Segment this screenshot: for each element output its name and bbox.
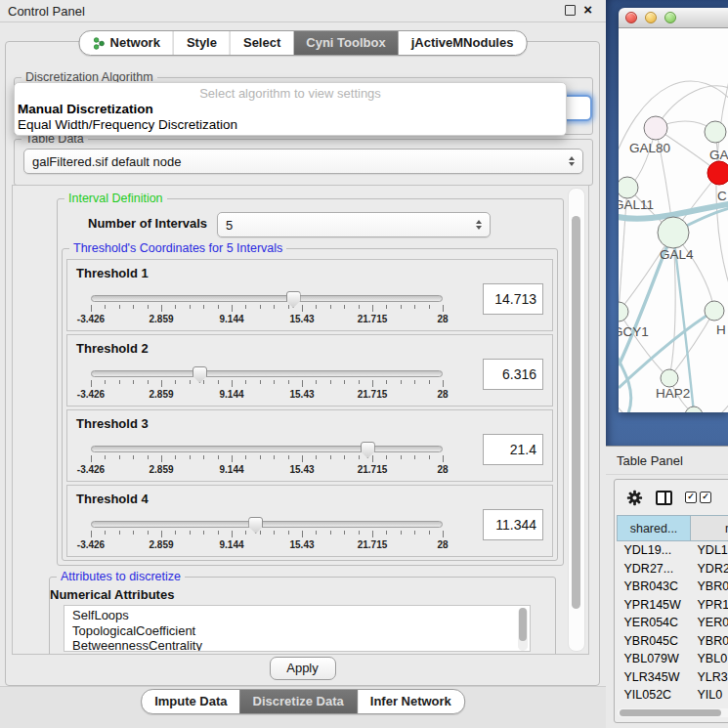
threshold-slider-2[interactable]: -3.4262.8599.14415.4321.71528: [91, 370, 443, 401]
threshold-value-field[interactable]: 11.344: [483, 509, 543, 540]
table-row[interactable]: YDL19...YDL1: [618, 541, 728, 560]
slider-ticks: [91, 531, 443, 538]
zoom-traffic-light-icon[interactable]: [664, 12, 676, 23]
interval-definition-group: Interval Definition Number of Intervals …: [57, 198, 564, 566]
table-cell[interactable]: YLR3: [691, 668, 728, 687]
float-window-icon[interactable]: [565, 5, 576, 16]
network-node[interactable]: [685, 407, 703, 412]
close-traffic-light-icon[interactable]: [625, 12, 637, 23]
tab-jactivemnodules[interactable]: jActiveMNodules: [399, 31, 527, 55]
minimize-traffic-light-icon[interactable]: [645, 12, 657, 23]
checkbox-checked-icon[interactable]: ✓: [685, 492, 697, 503]
slider-track[interactable]: [91, 370, 443, 377]
network-canvas[interactable]: GAL80GACGAL11GAL4GCY1HHAP2: [619, 28, 728, 412]
bottom-tab-band: Impute Data Discretize Data Infer Networ…: [0, 686, 606, 728]
horizontal-scrollbar[interactable]: [618, 708, 728, 717]
threshold-panel-3: Threshold 3 -3.4262.8599.14415.4321.7152…: [66, 409, 553, 482]
slider-track[interactable]: [91, 295, 443, 302]
axis-tick-label: 9.144: [219, 314, 243, 324]
close-icon[interactable]: ×: [583, 3, 592, 17]
network-window-titlebar[interactable]: [619, 8, 728, 28]
table-cell[interactable]: YLR345W: [618, 668, 691, 687]
network-node[interactable]: [658, 217, 689, 248]
network-node-label: H: [716, 322, 726, 337]
table-cell[interactable]: YPR145W: [618, 596, 691, 615]
tab-select[interactable]: Select: [230, 31, 293, 55]
tab-discretize-data[interactable]: Discretize Data: [240, 690, 357, 713]
vertical-scrollbar[interactable]: [568, 188, 585, 652]
threshold-value-field[interactable]: 14.713: [483, 283, 543, 315]
split-columns-icon[interactable]: [656, 491, 672, 505]
dropdown-option-equal-width-frequency[interactable]: Equal Width/Frequency Discretization: [18, 117, 237, 132]
list-item[interactable]: BetweennessCentrality: [72, 638, 530, 652]
apply-button[interactable]: Apply: [270, 657, 336, 680]
dropdown-option-manual-discretization[interactable]: Manual Discretization: [18, 102, 153, 116]
slider-axis-labels: -3.4262.8599.14415.4321.71528: [91, 389, 443, 401]
table-cell[interactable]: YER054C: [618, 614, 691, 632]
table-row[interactable]: YBR045CYBR0: [618, 632, 728, 651]
axis-tick-label: 9.144: [219, 389, 243, 400]
table-row[interactable]: YDR27...YDR2: [618, 560, 728, 578]
table-cell[interactable]: YIL052C: [618, 686, 691, 705]
tab-network[interactable]: Network: [80, 31, 173, 55]
threshold-value-field[interactable]: 6.316: [483, 359, 543, 390]
threshold-slider-3[interactable]: -3.4262.8599.14415.4321.71528: [91, 446, 443, 476]
table-data-combobox[interactable]: galFiltered.sif default node: [23, 149, 583, 174]
network-view-window[interactable]: GAL80GACGAL11GAL4GCY1HHAP2: [619, 8, 728, 412]
network-node[interactable]: [705, 301, 724, 321]
checkbox-pair: ✓ ✓: [685, 492, 711, 503]
slider-track[interactable]: [91, 521, 443, 528]
tab-label: Network: [110, 31, 160, 55]
tab-style[interactable]: Style: [173, 31, 230, 55]
table-cell[interactable]: YBR045C: [618, 632, 691, 651]
network-node[interactable]: [707, 161, 728, 185]
slider-track[interactable]: [91, 446, 443, 452]
gear-icon[interactable]: [626, 490, 643, 506]
list-item[interactable]: TopologicalCoefficient: [72, 623, 530, 639]
table-row[interactable]: YPR145WYPR1: [618, 596, 728, 615]
table-cell[interactable]: YBL0: [691, 650, 728, 668]
network-node[interactable]: [619, 177, 638, 198]
threshold-slider-4[interactable]: -3.4262.8599.14415.4321.71528: [91, 521, 443, 551]
numerical-attributes-list[interactable]: SelfLoopsTopologicalCoefficientBetweenne…: [64, 605, 531, 652]
table-row[interactable]: YBR043CYBR0: [618, 578, 728, 596]
network-node[interactable]: [705, 121, 726, 143]
threshold-slider-1[interactable]: -3.4262.8599.14415.4321.71528: [91, 295, 443, 325]
number-of-intervals-combobox[interactable]: 5: [217, 212, 491, 237]
network-node-label: GCY1: [619, 324, 649, 339]
table-cell[interactable]: YDL1: [691, 541, 728, 560]
table-cell[interactable]: YPR1: [691, 596, 728, 615]
column-header-shared[interactable]: shared...: [618, 516, 691, 541]
column-header-name[interactable]: na: [691, 516, 728, 541]
tab-cyni-toolbox[interactable]: Cyni Toolbox: [293, 31, 398, 55]
table-cell[interactable]: YBR0: [691, 632, 728, 651]
table-row[interactable]: YIL052CYIL0: [618, 686, 728, 705]
threshold-value-field[interactable]: 21.4: [483, 434, 543, 465]
table-row[interactable]: YBL079WYBL0: [618, 650, 728, 668]
table-panel-header: Table Panel: [606, 447, 728, 475]
tab-impute-data[interactable]: Impute Data: [142, 690, 239, 713]
scrollbar-thumb[interactable]: [572, 216, 580, 609]
combobox-spinner-icon: [470, 220, 482, 230]
table-cell[interactable]: YDR27...: [618, 560, 691, 578]
list-scrollbar[interactable]: [518, 608, 528, 651]
checkbox-checked-icon[interactable]: ✓: [700, 492, 711, 503]
network-node[interactable]: [644, 116, 667, 140]
threshold-label: Threshold 2: [76, 341, 149, 356]
network-nodes[interactable]: GAL80GACGAL11GAL4GCY1HHAP2: [619, 116, 728, 412]
table-cell[interactable]: YIL0: [691, 686, 728, 705]
table-row[interactable]: YLR345WYLR3: [618, 668, 728, 687]
tab-infer-network[interactable]: Infer Network: [357, 690, 464, 713]
table-row[interactable]: YER054CYER0: [618, 614, 728, 632]
table-cell[interactable]: YBR043C: [618, 578, 691, 596]
table-cell[interactable]: YBL079W: [618, 650, 691, 668]
network-node[interactable]: [619, 302, 628, 321]
table-cell[interactable]: YDL19...: [618, 541, 691, 560]
network-node[interactable]: [661, 369, 678, 387]
list-item[interactable]: SelfLoops: [72, 608, 530, 623]
slider-ticks: [91, 455, 443, 463]
table-cell[interactable]: YDR2: [691, 560, 728, 578]
table-cell[interactable]: YER0: [691, 614, 728, 632]
table-cell[interactable]: YBR0: [691, 578, 728, 596]
scrollbar-thumb[interactable]: [620, 709, 721, 716]
